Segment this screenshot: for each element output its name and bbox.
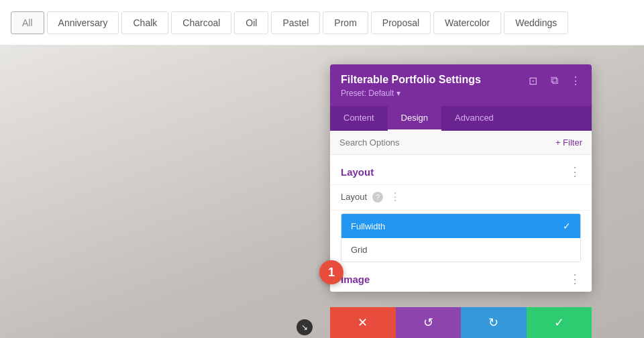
save-button[interactable]: ✓ [527,307,592,338]
option-fullwidth[interactable]: Fullwidth ✓ [341,214,580,238]
panel-preset[interactable]: Preset: Default ▾ [341,89,581,98]
main-content-area: 1 Filterable Portfolio Settings Preset: … [0,46,644,338]
layout-field-menu-icon[interactable]: ⋮ [390,190,400,203]
reset-button[interactable]: ↺ [396,307,462,338]
split-icon[interactable]: ⧉ [546,72,562,89]
settings-panel: Filterable Portfolio Settings Preset: De… [330,64,592,292]
more-options-icon[interactable]: ⋮ [568,72,584,89]
step-badge: 1 [319,260,343,284]
tab-all[interactable]: All [11,11,44,34]
image-section-title: Image [341,274,370,285]
tab-charcoal[interactable]: Charcoal [171,11,231,34]
tab-oil[interactable]: Oil [234,11,268,34]
layout-section-menu-icon[interactable]: ⋮ [569,164,581,179]
tab-proposal[interactable]: Proposal [371,11,431,34]
fullwidth-label: Fullwidth [351,221,385,231]
layout-section-title: Layout [341,166,374,178]
check-icon: ✓ [563,221,571,231]
search-input[interactable] [339,137,555,148]
layout-section-header: Layout ⋮ [330,155,592,185]
bottom-toolbar: ✕ ↺ ↻ ✓ [330,307,592,338]
preset-label: Preset: Default [341,89,394,98]
search-bar: + Filter [330,131,592,155]
filter-button[interactable]: + Filter [555,137,582,148]
option-grid[interactable]: Grid [341,238,580,262]
help-icon[interactable]: ? [372,192,383,203]
grid-label: Grid [351,245,368,255]
image-section-header: Image ⋮ [330,262,592,292]
redo-button[interactable]: ↻ [461,307,527,338]
panel-header-actions: ⊡ ⧉ ⋮ [525,72,584,89]
layout-dropdown: Fullwidth ✓ Grid [341,213,581,262]
tab-content[interactable]: Content [330,106,388,131]
tab-advanced[interactable]: Advanced [441,106,507,131]
resize-handle[interactable]: ↘ [297,319,313,335]
layout-field-row: Layout ? ⋮ [330,185,592,211]
panel-tab-bar: Content Design Advanced [330,106,592,131]
panel-content: Layout ⋮ Layout ? ⋮ Fullwidth ✓ Grid [330,155,592,292]
expand-icon[interactable]: ⊡ [525,72,541,89]
chevron-down-icon: ▾ [396,89,400,98]
filter-tabs-bar: All Anniversary Chalk Charcoal Oil Paste… [0,0,644,46]
panel-header: Filterable Portfolio Settings Preset: De… [330,64,592,106]
cancel-button[interactable]: ✕ [330,307,396,338]
tab-watercolor[interactable]: Watercolor [433,11,501,34]
tab-design[interactable]: Design [388,106,441,131]
tab-prom[interactable]: Prom [323,11,368,34]
tab-pastel[interactable]: Pastel [271,11,320,34]
image-section-menu-icon[interactable]: ⋮ [569,272,581,286]
tab-weddings[interactable]: Weddings [504,11,568,34]
layout-field-label: Layout [341,192,367,202]
tab-chalk[interactable]: Chalk [121,11,168,34]
tab-anniversary[interactable]: Anniversary [47,11,119,34]
